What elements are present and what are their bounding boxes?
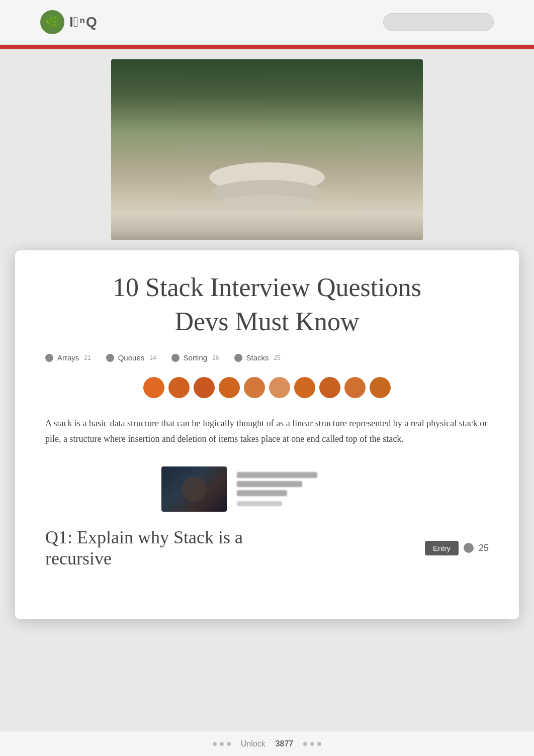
- bottom-dot-6: [317, 742, 321, 746]
- entry-dot: [464, 543, 474, 553]
- logo-text: I᷊ⁿQ: [69, 14, 98, 30]
- article-body: A stack is a basic data structure that c…: [45, 416, 489, 446]
- entry-number: 25: [479, 543, 489, 553]
- avatar-3: [194, 377, 215, 398]
- outer-card: 10 Stack Interview Questions Devs Must K…: [15, 250, 519, 619]
- related-meta: [237, 501, 282, 506]
- card-inner: 10 Stack Interview Questions Devs Must K…: [15, 250, 519, 599]
- content-wrapper: 10 Stack Interview Questions Devs Must K…: [0, 49, 534, 644]
- unlock-label: Unlock: [241, 739, 265, 748]
- avatar-9: [344, 377, 366, 398]
- article-title: 10 Stack Interview Questions Devs Must K…: [45, 270, 489, 338]
- tag-dot-sorting: [171, 354, 180, 362]
- hero-image: [111, 59, 423, 240]
- tag-dot-queues: [106, 354, 114, 362]
- tag-dot-arrays: [45, 354, 53, 362]
- page-wrapper: 🌿 I᷊ⁿQ 10 Stack Interview Questions Devs…: [0, 0, 534, 756]
- tag-queues[interactable]: Queues 14: [106, 353, 156, 362]
- bottom-bar: Unlock 3877: [0, 731, 534, 756]
- related-title-line-3: [237, 490, 287, 496]
- avatars-row: [45, 377, 489, 398]
- related-text: [237, 472, 373, 506]
- tag-count-sorting: 26: [212, 354, 219, 361]
- title-line-2: Devs Must Know: [175, 307, 360, 336]
- tag-dot-stacks: [234, 354, 242, 362]
- entry-badge: Entry 25: [425, 541, 489, 555]
- tag-label-sorting: Sorting: [184, 353, 208, 362]
- bottom-dot-5: [310, 742, 314, 746]
- avatar-10: [370, 377, 391, 398]
- top-header: 🌿 I᷊ⁿQ: [0, 0, 534, 45]
- title-line-1: 10 Stack Interview Questions: [113, 273, 421, 302]
- question-row: Q1: Explain why Stack is a recursive Ent…: [45, 527, 489, 579]
- nav-bar: [0, 45, 534, 49]
- search-bar-header[interactable]: [383, 13, 494, 31]
- tag-label-arrays: Arrays: [57, 353, 79, 362]
- bottom-dot-4: [303, 742, 307, 746]
- related-title-line-2: [237, 481, 302, 487]
- bottom-dots-right: [303, 742, 321, 746]
- tag-count-arrays: 21: [84, 354, 91, 361]
- avatar-6: [269, 377, 290, 398]
- bottom-dots-left: [213, 742, 231, 746]
- related-card[interactable]: [161, 466, 373, 512]
- question-text: Q1: Explain why Stack is a recursive: [45, 527, 297, 569]
- related-title-line-1: [237, 472, 317, 478]
- logo-area: 🌿 I᷊ⁿQ: [40, 10, 98, 34]
- avatar-2: [168, 377, 190, 398]
- body-paragraph: A stack is a basic data structure that c…: [45, 416, 489, 446]
- hero-image-container: [0, 49, 534, 240]
- tag-label-queues: Queues: [118, 353, 145, 362]
- avatar-1: [143, 377, 164, 398]
- avatar-8: [319, 377, 340, 398]
- tag-arrays[interactable]: Arrays 21: [45, 353, 91, 362]
- tags-row: Arrays 21 Queues 14 Sorting 26: [45, 353, 489, 362]
- related-thumbnail: [161, 466, 227, 512]
- tag-count-queues: 14: [149, 354, 156, 361]
- tag-count-stacks: 25: [274, 354, 281, 361]
- tag-label-stacks: Stacks: [246, 353, 269, 362]
- bottom-dot-3: [227, 742, 231, 746]
- bottom-dot-1: [213, 742, 217, 746]
- entry-label: Entry: [425, 541, 459, 555]
- unlock-number: 3877: [276, 739, 294, 748]
- avatar-4: [219, 377, 240, 398]
- tag-sorting[interactable]: Sorting 26: [171, 353, 219, 362]
- tag-stacks[interactable]: Stacks 25: [234, 353, 281, 362]
- logo-icon: 🌿: [40, 10, 64, 34]
- bottom-dot-2: [220, 742, 224, 746]
- avatar-5: [244, 377, 265, 398]
- avatar-7: [294, 377, 315, 398]
